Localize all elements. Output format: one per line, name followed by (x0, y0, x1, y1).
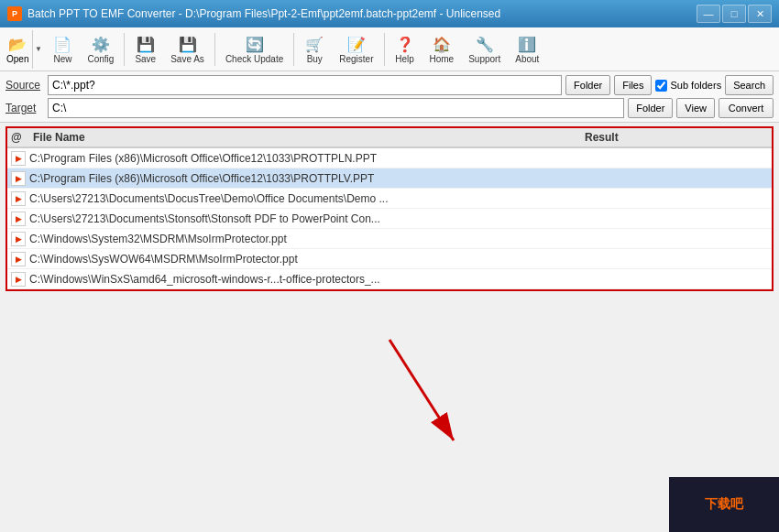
about-icon: ℹ️ (517, 34, 537, 54)
source-row: Source Folder Files Sub folders Search (5, 75, 774, 95)
source-input[interactable] (48, 75, 562, 95)
source-folder-button[interactable]: Folder (565, 75, 610, 95)
expand-icon[interactable]: ▶ (11, 252, 26, 266)
checkupdate-button[interactable]: 🔄 Check Update (219, 30, 290, 69)
table-row[interactable]: ▶C:\Windows\SysWOW64\MSDRM\MsoIrmProtect… (7, 249, 772, 269)
subfolders-area: Sub folders (655, 80, 721, 92)
about-label: About (515, 55, 539, 64)
new-icon: 📄 (52, 34, 72, 54)
col-result-header: Result (585, 131, 768, 144)
convert-button[interactable]: Convert (719, 98, 774, 118)
support-icon: 🔧 (475, 34, 495, 54)
svg-line-1 (390, 340, 454, 440)
checkupdate-label: Check Update (225, 55, 283, 64)
home-label: Home (430, 55, 455, 64)
separator-3 (293, 33, 294, 66)
expand-icon[interactable]: ▶ (11, 232, 26, 246)
separator-1 (124, 33, 125, 66)
saveas-icon: 💾 (178, 34, 198, 54)
file-path: C:\Users\27213\Documents\DocusTree\Demo\… (29, 192, 585, 205)
file-path: C:\Windows\WinSxS\amd64_microsoft-window… (29, 273, 585, 286)
file-path: C:\Program Files (x86)\Microsoft Office\… (29, 172, 585, 185)
config-icon: ⚙️ (91, 34, 111, 54)
home-icon: 🏠 (432, 34, 452, 54)
bottom-brand-area: 下载吧 (669, 477, 779, 532)
table-row[interactable]: ▶C:\Program Files (x86)\Microsoft Office… (7, 148, 772, 168)
open-button[interactable]: 📂 Open ▼ (2, 30, 44, 69)
expand-icon[interactable]: ▶ (11, 171, 26, 186)
table-row[interactable]: ▶C:\Windows\WinSxS\amd64_microsoft-windo… (7, 269, 772, 289)
col-at-header: @ (11, 131, 29, 144)
buy-label: Buy (307, 55, 323, 64)
support-button[interactable]: 🔧 Support (462, 30, 507, 69)
config-label: Config (87, 55, 114, 64)
source-files-button[interactable]: Files (614, 75, 652, 95)
save-button[interactable]: 💾 Save (128, 30, 162, 69)
new-label: New (53, 55, 71, 64)
menu-bar: 📂 Open ▼ 📄 New ⚙️ Config 💾 Save 💾 Save A… (0, 27, 779, 71)
table-row[interactable]: ▶C:\Users\27213\Documents\DocusTree\Demo… (7, 189, 772, 209)
table-row[interactable]: ▶C:\Program Files (x86)\Microsoft Office… (7, 168, 772, 189)
checkupdate-icon: 🔄 (245, 34, 265, 54)
saveas-label: Save As (170, 55, 204, 64)
target-row: Target Folder View Convert (5, 98, 774, 118)
file-path: C:\Windows\SysWOW64\MSDRM\MsoIrmProtecto… (29, 253, 585, 266)
window-title: Batch PPT TO EMF Converter - D:\Program … (27, 7, 697, 20)
register-label: Register (339, 55, 373, 64)
search-button[interactable]: Search (725, 75, 774, 95)
separator-2 (214, 33, 215, 66)
open-dropdown-arrow[interactable]: ▼ (32, 30, 43, 69)
help-icon: ❓ (395, 34, 415, 54)
buy-icon: 🛒 (304, 34, 324, 54)
register-button[interactable]: 📝 Register (333, 30, 379, 69)
target-folder-button[interactable]: Folder (628, 98, 673, 118)
file-list-header: @ File Name Result (7, 128, 772, 148)
file-list: ▶C:\Program Files (x86)\Microsoft Office… (7, 148, 772, 289)
fields-area: Source Folder Files Sub folders Search T… (0, 71, 779, 123)
red-arrow-annotation (371, 331, 481, 459)
buy-button[interactable]: 🛒 Buy (298, 30, 331, 69)
home-button[interactable]: 🏠 Home (423, 30, 461, 69)
help-button[interactable]: ❓ Help (389, 30, 422, 69)
target-view-button[interactable]: View (676, 98, 715, 118)
expand-icon[interactable]: ▶ (11, 212, 26, 226)
close-button[interactable]: ✕ (748, 5, 772, 23)
subfolders-label: Sub folders (670, 80, 721, 91)
source-label: Source (5, 79, 44, 92)
app-icon: P (7, 6, 22, 21)
file-path: C:\Program Files (x86)\Microsoft Office\… (29, 152, 585, 165)
subfolders-checkbox[interactable] (655, 80, 667, 92)
open-label: Open (6, 55, 28, 64)
save-label: Save (135, 55, 156, 64)
expand-icon[interactable]: ▶ (11, 191, 26, 206)
file-path: C:\Windows\System32\MSDRM\MsoIrmProtecto… (29, 233, 585, 245)
support-label: Support (468, 55, 500, 64)
file-path: C:\Users\27213\Documents\Stonsoft\Stonso… (29, 212, 585, 225)
expand-icon[interactable]: ▶ (11, 272, 26, 287)
separator-4 (384, 33, 385, 66)
target-label: Target (5, 102, 44, 114)
open-icon: 📂 (7, 34, 27, 54)
register-icon: 📝 (346, 34, 367, 54)
save-icon: 💾 (136, 34, 156, 54)
about-button[interactable]: ℹ️ About (509, 30, 545, 69)
config-button[interactable]: ⚙️ Config (81, 30, 120, 69)
new-button[interactable]: 📄 New (46, 30, 79, 69)
maximize-button[interactable]: □ (722, 5, 746, 23)
table-row[interactable]: ▶C:\Windows\System32\MSDRM\MsoIrmProtect… (7, 229, 772, 249)
col-filename-header: File Name (29, 131, 585, 144)
file-list-wrapper: @ File Name Result ▶C:\Program Files (x8… (5, 126, 774, 291)
window-controls: — □ ✕ (697, 5, 772, 23)
content-wrapper: Source Folder Files Sub folders Search T… (0, 71, 779, 532)
minimize-button[interactable]: — (697, 5, 720, 23)
saveas-button[interactable]: 💾 Save As (164, 30, 211, 69)
table-row[interactable]: ▶C:\Users\27213\Documents\Stonsoft\Stons… (7, 209, 772, 229)
title-bar: P Batch PPT TO EMF Converter - D:\Progra… (0, 0, 779, 27)
help-label: Help (395, 55, 414, 64)
expand-icon[interactable]: ▶ (11, 151, 26, 166)
watermark-text: 下载吧 (705, 496, 743, 513)
target-input[interactable] (48, 98, 624, 118)
